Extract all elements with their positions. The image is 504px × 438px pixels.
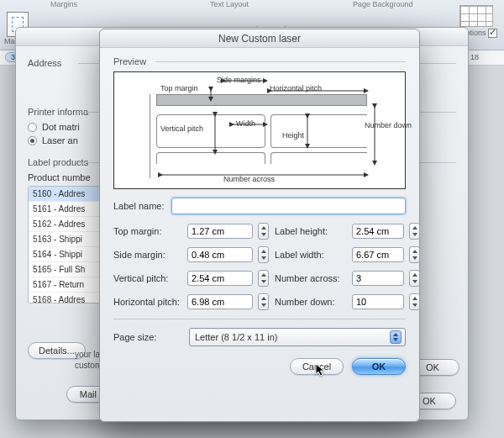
new-custom-laser-dialog: New Custom laser Preview Top margin Side… <box>99 29 420 422</box>
top-margin-stepper[interactable] <box>258 223 269 240</box>
diagram-arrows <box>114 72 405 188</box>
side-margin-stepper[interactable] <box>258 246 269 263</box>
label-width-label: Label width: <box>275 250 347 260</box>
radio-laser-label: Laser an <box>42 135 78 145</box>
vertical-pitch-stepper[interactable] <box>258 270 269 287</box>
number-across-input[interactable] <box>352 271 404 286</box>
label-width-input[interactable] <box>352 247 404 262</box>
side-margin-label: Side margin: <box>113 250 182 260</box>
ribbon-group-margins: Margins <box>50 0 77 8</box>
number-across-label: Number across: <box>275 273 347 283</box>
radio-laser[interactable] <box>28 136 37 145</box>
label-width-stepper[interactable] <box>409 246 420 263</box>
top-margin-label: Top margin: <box>113 226 182 236</box>
top-margin-input[interactable] <box>187 224 253 239</box>
number-down-stepper[interactable] <box>409 293 420 310</box>
page-size-select[interactable]: Letter (8 1/2 x 11 in) <box>189 328 406 346</box>
label-name-input[interactable] <box>171 198 406 214</box>
vertical-pitch-input[interactable] <box>187 271 253 286</box>
preview-section: Preview <box>113 56 406 66</box>
label-preview-diagram: Top margin Side margins Horizontal pitch… <box>113 71 406 189</box>
number-across-stepper[interactable] <box>409 270 420 287</box>
cancel-button[interactable]: Cancel <box>290 358 344 375</box>
horizontal-pitch-input[interactable] <box>187 294 253 309</box>
label-height-label: Label height: <box>275 226 347 236</box>
vertical-pitch-label: Vertical pitch: <box>113 273 182 283</box>
number-down-label: Number down: <box>275 297 347 307</box>
label-name-label: Label name: <box>113 201 165 211</box>
horizontal-pitch-stepper[interactable] <box>258 293 269 310</box>
ribbon-group-pagebg: Page Background <box>353 0 413 8</box>
label-height-input[interactable] <box>352 224 404 239</box>
label-height-stepper[interactable] <box>409 223 420 240</box>
custom-titlebar: New Custom laser <box>100 29 419 48</box>
custom-label-text: your la custom <box>75 349 102 371</box>
page-size-value: Letter (8 1/2 x 11 in) <box>195 332 277 342</box>
select-arrows-icon <box>390 330 402 344</box>
ribbon-group-textlayout: Text Layout <box>210 0 249 8</box>
radio-dot-matrix-label: Dot matri <box>42 122 80 132</box>
horizontal-pitch-label: Horizontal pitch: <box>113 297 182 307</box>
options-check[interactable] <box>488 29 497 38</box>
side-margin-input[interactable] <box>187 247 253 262</box>
radio-dot-matrix[interactable] <box>28 123 37 132</box>
ruler-marker: 18 <box>470 53 479 61</box>
number-down-input[interactable] <box>352 294 404 309</box>
page-size-label: Page size: <box>113 332 182 342</box>
ok-button[interactable]: OK <box>352 358 406 375</box>
options-grid-icon[interactable] <box>459 5 493 27</box>
